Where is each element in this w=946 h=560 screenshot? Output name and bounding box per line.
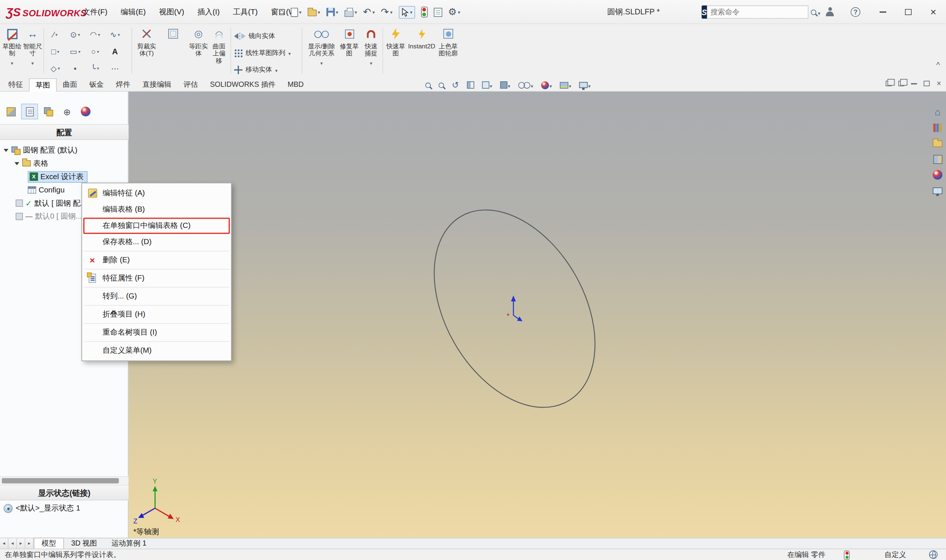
point-tool-button[interactable]: • [66,60,85,77]
sketch-canvas[interactable]: * Y X Z [129,92,946,538]
horizontal-scrollbar[interactable] [0,476,129,484]
redo-button[interactable]: ↷ [381,8,393,17]
previous-view-button[interactable]: ↺ [452,81,459,89]
tab-scroll-prev-button[interactable]: ◂ [9,538,17,549]
spline-tool-button[interactable]: ∿ [106,26,125,43]
sketch-button[interactable]: 草图绘制 [3,27,22,67]
design-library-tab[interactable] [932,122,944,134]
display-state-item[interactable]: <默认>_显示状态 1 [4,503,80,514]
doc-close-icon[interactable]: × [937,79,941,87]
sketch-sheet-button[interactable] [434,8,442,16]
ribbon-collapse-button[interactable]: ^ [937,60,940,69]
menu-item-go-to[interactable]: 转到... (G) [82,288,231,305]
tab-scroll-next-button[interactable]: ▸ [17,538,26,549]
linear-pattern-button[interactable]: 线性草图阵列 [234,48,290,57]
menu-item-save-table[interactable]: 保存表格... (D) [82,234,231,250]
sketch-circle[interactable] [401,182,628,436]
quick-snaps-button[interactable]: 快速捕捉 [362,27,380,67]
tab-motion-study[interactable]: 运动算例 1 [104,538,154,549]
expander-icon[interactable] [4,149,9,151]
repair-sketch-button[interactable]: 修复草图 [339,27,359,57]
tree-item-root-configuration[interactable]: 圆钢 配置 (默认) [0,143,129,157]
polygon-tool-button[interactable]: ◇ [46,60,65,77]
search-dropdown-icon[interactable] [818,7,820,17]
ellipse-tool-button[interactable]: ○ [86,44,105,60]
close-button[interactable]: × [920,0,946,24]
menu-item-feature-properties[interactable]: 特征属性 (F) [82,270,231,286]
tab-evaluate[interactable]: 评估 [177,78,204,92]
display-delete-relations-button[interactable]: 显示/删除几何关系 [306,27,338,67]
display-manager-tab[interactable] [77,104,94,119]
home-button[interactable]: ⌂ [279,8,285,17]
resources-tab[interactable]: ⌂ [932,106,944,118]
menu-insert[interactable]: 插入(I) [191,0,226,24]
menu-file[interactable]: 文件(F) [76,0,114,24]
tab-scroll-last-button[interactable]: ▸ [26,538,34,549]
tab-features[interactable]: 特征 [3,78,29,92]
instant2d-button[interactable]: Instant2D [408,27,435,49]
tab-mbd[interactable]: MBD [282,78,310,92]
new-document-button[interactable] [290,8,301,16]
view-palette-tab[interactable] [932,153,944,166]
menu-item-delete[interactable]: × 删除 (E) [82,252,231,268]
maximize-button[interactable] [895,0,921,24]
minimize-button[interactable] [870,0,895,24]
smart-dimension-dropdown-icon[interactable] [31,57,34,67]
quick-snaps-dropdown-icon[interactable] [370,57,372,67]
mirror-entities-button[interactable]: 镜向实体 [234,31,275,40]
tree-item-excel-design-table[interactable]: Excel 设计表 [0,170,129,183]
tab-sketch[interactable]: 草图 [29,78,57,92]
menu-tools[interactable]: 工具(T) [226,0,264,24]
dimxpert-manager-tab[interactable]: ⊕ [59,104,76,119]
edit-appearance-button[interactable] [541,79,552,90]
customize-label[interactable]: 自定义 [885,549,906,560]
tab-model[interactable]: 模型 [34,538,64,549]
apply-scene-button[interactable] [560,79,571,90]
help-button[interactable]: ? [850,8,860,17]
print-button[interactable] [344,8,357,17]
menu-item-edit-table-in-new-window[interactable]: 在单独窗口中编辑表格 (C) [82,218,231,234]
file-explorer-tab[interactable] [932,137,944,149]
linear-pattern-dropdown-icon[interactable] [289,49,291,57]
move-entities-dropdown-icon[interactable] [275,66,278,74]
options-button[interactable]: ⚙ [448,8,460,17]
convert-entities-button[interactable] [159,27,187,42]
feature-manager-tab[interactable] [3,104,20,119]
rapid-sketch-button[interactable]: 快速草图 [386,27,405,57]
globe-icon[interactable] [929,551,937,559]
surface-offset-button[interactable]: ◠ 曲面上偏移 [210,27,228,64]
display-style-button[interactable] [500,79,511,90]
view-orientation-button[interactable] [482,79,492,90]
undo-button[interactable]: ↶ [363,8,375,17]
menu-item-collapse-items[interactable]: 折叠项目 (H) [82,306,231,323]
hide-show-items-button[interactable] [518,79,534,90]
circle-tool-button[interactable]: ⊙ [66,26,85,43]
slot-tool-button[interactable]: ▭ [66,44,85,60]
configuration-manager-tab[interactable] [40,104,57,119]
open-button[interactable] [307,8,320,16]
menu-edit[interactable]: 编辑(E) [114,0,152,24]
tab-3d-views[interactable]: 3D 视图 [64,538,104,549]
trim-entities-button[interactable]: 剪裁实体(T) [135,27,158,57]
expander-icon[interactable] [14,162,19,165]
appearances-tab[interactable] [932,169,944,181]
tab-weldments[interactable]: 焊件 [110,78,136,92]
tab-surfaces[interactable]: 曲面 [57,78,83,92]
view-settings-button[interactable] [579,79,590,90]
construction-line-button[interactable]: ⋯ [106,60,125,77]
text-tool-button[interactable]: A [106,44,125,60]
doc-restore-icon[interactable] [924,81,930,86]
property-manager-tab[interactable] [21,104,38,119]
scrollbar-thumb[interactable] [2,478,119,483]
offset-entities-button[interactable]: ◎ 等距实体 [188,27,208,57]
rectangle-tool-button[interactable]: □ [46,44,65,60]
tab-addins[interactable]: SOLIDWORKS 插件 [204,78,282,92]
tab-scroll-first-button[interactable]: ◂ [0,538,9,549]
menu-view[interactable]: 视图(V) [152,0,191,24]
tab-direct-editing[interactable]: 直接编辑 [136,78,177,92]
cascade-windows-icon[interactable] [899,81,904,86]
section-view-button[interactable] [467,81,474,89]
move-entities-button[interactable]: 移动实体 [234,65,278,74]
graphics-area[interactable]: * Y X Z *等轴测 ⌂ [129,92,946,538]
menu-item-customize-menu[interactable]: 自定义菜单(M) [82,342,231,359]
